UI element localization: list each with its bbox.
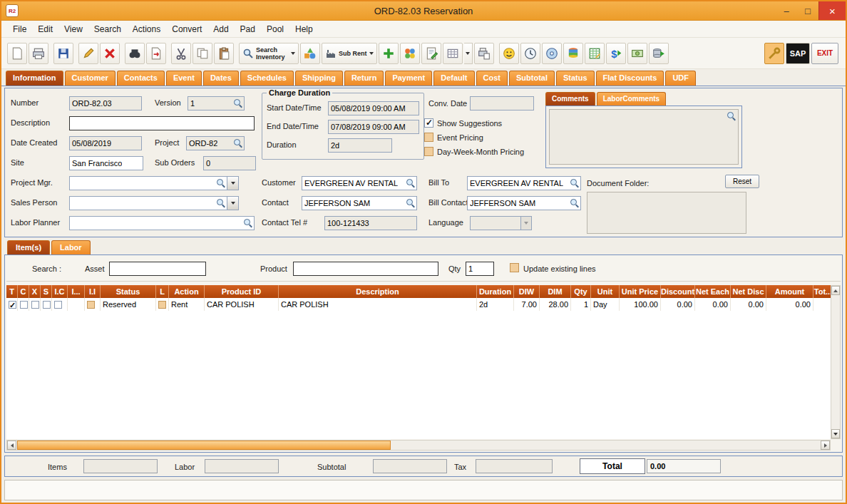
version-search-icon[interactable] [233, 98, 242, 108]
col-header-amount[interactable]: Amount [766, 285, 813, 298]
form-edit-button[interactable] [421, 43, 441, 64]
language-field[interactable] [470, 216, 521, 230]
show-suggestions-checkbox[interactable] [424, 118, 433, 128]
row-c-checkbox[interactable] [20, 301, 28, 309]
tab-cost[interactable]: Cost [476, 71, 508, 86]
export-button[interactable] [146, 43, 166, 64]
menu-view[interactable]: View [58, 22, 88, 36]
tab-return[interactable]: Return [344, 71, 384, 86]
search-inventory-button[interactable]: Search Inventory [239, 43, 299, 64]
cell-unit[interactable]: Day [591, 298, 620, 311]
menu-actions[interactable]: Actions [127, 22, 166, 36]
grid-dropdown-button[interactable] [464, 43, 473, 64]
currency-button[interactable]: $ [606, 43, 626, 64]
menu-edit[interactable]: Edit [32, 22, 58, 36]
tab-payment[interactable]: Payment [385, 71, 432, 86]
sub-orders-field[interactable]: 0 [203, 156, 256, 170]
end-datetime-field[interactable]: 07/08/2019 09:00 AM [328, 120, 419, 134]
duration-field[interactable]: 2d [328, 138, 392, 153]
tab-contacts[interactable]: Contacts [117, 71, 165, 86]
comments-search-icon[interactable] [727, 111, 736, 120]
cell-amount[interactable]: 0.00 [766, 298, 813, 311]
col-header-l[interactable]: L [156, 285, 169, 298]
day-week-month-checkbox[interactable] [424, 147, 433, 156]
asset-input[interactable] [109, 262, 206, 276]
scroll-left-button[interactable] [7, 441, 16, 450]
cell-i1[interactable] [68, 298, 85, 311]
bill-to-search-icon[interactable] [570, 178, 579, 187]
project-field[interactable]: ORD-82 [186, 136, 245, 150]
col-header-c[interactable]: C [18, 285, 29, 298]
scroll-up-button[interactable] [831, 286, 840, 295]
col-header-duration[interactable]: Duration [477, 285, 514, 298]
number-field[interactable]: ORD-82.03 [69, 96, 142, 110]
pool-button[interactable] [400, 43, 420, 64]
copy-button[interactable] [192, 43, 212, 64]
contact-tel-field[interactable]: 100-121433 [324, 216, 417, 230]
tab-flat-discounts[interactable]: Flat Discounts [596, 71, 664, 86]
col-header-dim[interactable]: DIM [540, 285, 571, 298]
comments-textarea[interactable] [549, 109, 739, 165]
db-export-button[interactable] [649, 43, 669, 64]
col-header-net-disc[interactable]: Net Disc [731, 285, 766, 298]
edit-button[interactable] [78, 43, 98, 64]
row-l-checkbox[interactable] [158, 301, 166, 309]
menu-help[interactable]: Help [289, 22, 319, 36]
tab-subtotal[interactable]: Subtotal [509, 71, 555, 86]
tab-items[interactable]: Item(s) [7, 240, 50, 254]
delete-button[interactable] [100, 43, 120, 64]
col-header-status[interactable]: Status [101, 285, 156, 298]
history-button[interactable] [520, 43, 540, 64]
col-header-ii[interactable]: I.I [85, 285, 101, 298]
cell-s[interactable] [41, 298, 52, 311]
find-button[interactable] [125, 43, 145, 64]
tab-udf[interactable]: UDF [665, 71, 696, 86]
tab-event[interactable]: Event [166, 71, 202, 86]
print-button[interactable] [29, 43, 48, 64]
sales-person-dropdown-button[interactable] [227, 196, 239, 210]
sheet-edit-button[interactable] [585, 43, 605, 64]
grid-button[interactable] [443, 43, 463, 64]
customer-search-icon[interactable] [406, 178, 415, 187]
horizontal-scroll-thumb[interactable] [17, 441, 391, 450]
col-header-unit[interactable]: Unit [591, 285, 620, 298]
cell-net-disc[interactable]: 0.00 [731, 298, 766, 311]
cell-unit-price[interactable]: 100.00 [620, 298, 661, 311]
col-header-product-id[interactable]: Product ID [205, 285, 279, 298]
cell-action[interactable]: Rent [169, 298, 205, 311]
tab-customer[interactable]: Customer [65, 71, 115, 86]
row-s-checkbox[interactable] [43, 301, 51, 309]
labor-planner-field[interactable] [69, 216, 255, 230]
reset-button[interactable]: Reset [725, 175, 759, 188]
bill-contact-search-icon[interactable] [570, 198, 579, 207]
col-header-x[interactable]: X [29, 285, 41, 298]
product-input[interactable] [293, 262, 438, 276]
tab-labor[interactable]: Labor [51, 240, 91, 254]
print-preview-button[interactable] [474, 43, 494, 64]
cut-button[interactable] [171, 43, 191, 64]
cell-dim[interactable]: 28.00 [540, 298, 571, 311]
row-x-checkbox[interactable] [31, 301, 39, 309]
col-header-t[interactable]: T [6, 285, 18, 298]
sub-rent-button[interactable]: Sub Rent [322, 43, 377, 64]
col-header-s[interactable]: S [41, 285, 52, 298]
document-folder-box[interactable] [587, 192, 746, 234]
tab-dates[interactable]: Dates [203, 71, 239, 86]
scroll-down-button[interactable] [831, 429, 840, 438]
sales-person-search-icon[interactable] [216, 198, 225, 207]
contact-search-icon[interactable] [406, 198, 415, 207]
cell-net-each[interactable]: 0.00 [695, 298, 731, 311]
tools-button[interactable] [764, 43, 784, 64]
cell-diw[interactable]: 7.00 [514, 298, 540, 311]
minimize-button[interactable]: – [776, 1, 797, 20]
table-row[interactable]: Reserved Rent CAR POLISH CAR POLISH 2d 7… [6, 298, 831, 311]
new-document-button[interactable] [7, 43, 27, 64]
tab-comments[interactable]: Comments [545, 92, 595, 106]
vertical-scrollbar[interactable] [831, 285, 841, 439]
event-pricing-checkbox[interactable] [424, 133, 433, 142]
col-header-action[interactable]: Action [169, 285, 205, 298]
start-datetime-field[interactable]: 05/08/2019 09:00 AM [328, 101, 419, 115]
cell-t[interactable] [6, 298, 18, 311]
bill-contact-field[interactable]: JEFFERSON SAM [467, 196, 581, 210]
site-field[interactable]: San Francisco [69, 156, 143, 170]
